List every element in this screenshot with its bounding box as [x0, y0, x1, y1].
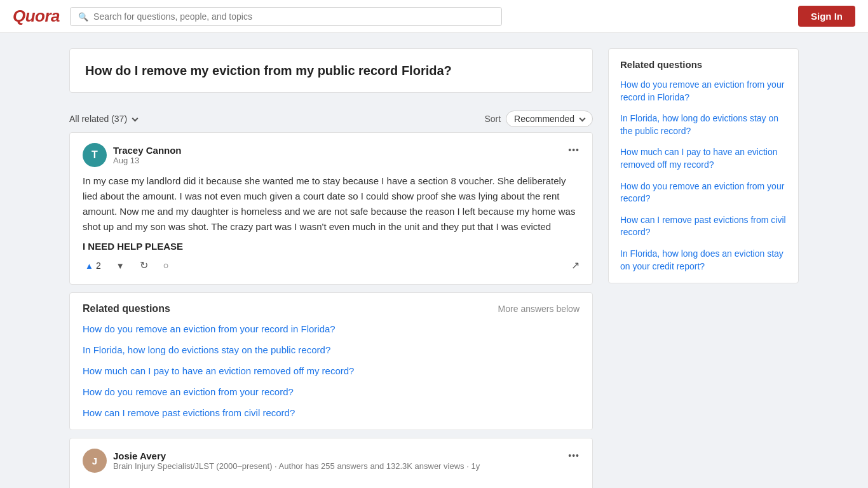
search-icon — [78, 11, 88, 22]
answer-header: T Tracey Cannon Aug 13 — [83, 143, 580, 167]
comment-icon — [163, 260, 169, 271]
search-input[interactable] — [93, 11, 494, 22]
related-link[interactable]: How can I remove past evictions from civ… — [83, 406, 580, 419]
sidebar-link[interactable]: How much can I pay to have an eviction r… — [620, 146, 787, 171]
answer-actions-2: 10 — [83, 479, 580, 488]
more-icon — [568, 143, 580, 156]
help-text: I NEED HELP PLEASE — [83, 241, 580, 252]
comment-button[interactable] — [161, 257, 172, 273]
related-box-header: Related questions More answers below — [83, 303, 580, 315]
upvote-count: 2 — [96, 261, 101, 271]
avatar-2: J — [83, 449, 107, 473]
user-info: T Tracey Cannon Aug 13 — [83, 143, 182, 167]
answer-card-2: J Josie Avery Brain Injury Specialist/JL… — [69, 438, 593, 488]
sidebar-link[interactable]: How do you remove an eviction from your … — [620, 79, 787, 104]
search-bar — [70, 7, 502, 26]
related-link[interactable]: How do you remove an eviction from your … — [83, 385, 580, 398]
more-options-button-2[interactable] — [568, 449, 580, 462]
share-icon — [571, 259, 580, 271]
filter-row: All related (37) Sort Recommended — [69, 103, 593, 132]
comment-button-2[interactable] — [165, 485, 176, 488]
downvote-button[interactable] — [114, 258, 127, 273]
question-card: How do I remove my eviction from my publ… — [69, 48, 593, 93]
downvote-button-2[interactable] — [118, 485, 132, 489]
refresh-button[interactable] — [137, 257, 151, 274]
user-details: Tracey Cannon Aug 13 — [113, 145, 182, 165]
sidebar-card: Related questions How do you remove an e… — [608, 48, 799, 283]
user-name: Tracey Cannon — [113, 145, 182, 156]
all-related-filter[interactable]: All related (37) — [69, 114, 137, 124]
more-answers-label: More answers below — [498, 304, 580, 314]
page-wrap: How do I remove my eviction from my publ… — [59, 33, 809, 488]
user-bio: Brain Injury Specialist/JLST (2000–prese… — [113, 461, 480, 471]
sidebar-link[interactable]: How can I remove past evictions from civ… — [620, 214, 787, 239]
sidebar-link[interactable]: How do you remove an eviction from your … — [620, 180, 787, 205]
sidebar: Related questions How do you remove an e… — [608, 48, 799, 283]
sidebar-title: Related questions — [620, 59, 787, 70]
sign-in-button[interactable]: Sign In — [798, 6, 855, 27]
refresh-icon — [140, 259, 148, 271]
sort-area: Sort Recommended — [484, 111, 593, 127]
all-related-label: All related (37) — [69, 114, 127, 124]
user-details-2: Josie Avery Brain Injury Specialist/JLST… — [113, 451, 480, 471]
sidebar-link[interactable]: In Florida, how long does an eviction st… — [620, 248, 787, 273]
answer-text: In my case my landlord did it because sh… — [83, 173, 580, 234]
user-info-2: J Josie Avery Brain Injury Specialist/JL… — [83, 449, 480, 473]
chevron-down-icon — [580, 115, 586, 121]
upvote-icon — [85, 261, 93, 271]
refresh-button-2[interactable] — [142, 484, 155, 488]
sidebar-link[interactable]: In Florida, how long do evictions stay o… — [620, 112, 787, 137]
main-column: How do I remove my eviction from my publ… — [69, 48, 593, 488]
recommended-sort-button[interactable]: Recommended — [506, 111, 593, 127]
recommended-label: Recommended — [514, 114, 574, 124]
sort-label: Sort — [484, 114, 501, 124]
header: Quora Sign In — [0, 0, 868, 33]
related-link[interactable]: In Florida, how long do evictions stay o… — [83, 343, 580, 356]
answer-header-2: J Josie Avery Brain Injury Specialist/JL… — [83, 449, 580, 473]
downvote-icon — [116, 261, 125, 271]
upvote-button-2[interactable]: 10 — [83, 485, 108, 489]
question-title: How do I remove my eviction from my publ… — [85, 62, 577, 79]
upvote-button[interactable]: 2 — [83, 258, 104, 273]
user-name-2: Josie Avery — [113, 451, 480, 461]
answer-card: T Tracey Cannon Aug 13 In my case my lan… — [69, 132, 593, 285]
more-icon-2 — [568, 449, 580, 461]
user-date: Aug 13 — [113, 156, 182, 165]
related-link[interactable]: How much can I pay to have an eviction r… — [83, 364, 580, 377]
related-questions-box: Related questions More answers below How… — [69, 292, 593, 430]
related-box-title: Related questions — [83, 303, 170, 315]
avatar: T — [83, 143, 107, 167]
chevron-down-icon — [132, 115, 139, 121]
related-link[interactable]: How do you remove an eviction from your … — [83, 322, 580, 336]
quora-logo[interactable]: Quora — [13, 6, 60, 26]
answer-actions: 2 — [83, 252, 580, 274]
share-button[interactable] — [571, 259, 580, 272]
more-options-button[interactable] — [568, 143, 580, 156]
